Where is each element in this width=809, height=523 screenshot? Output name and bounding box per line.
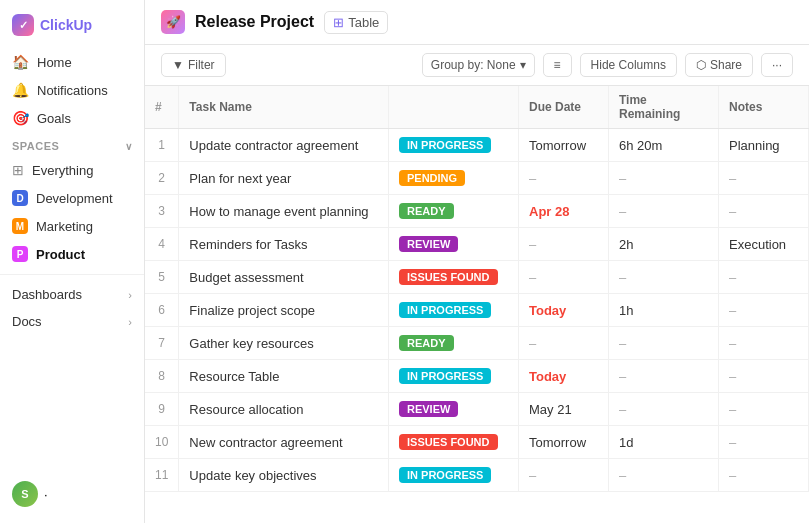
- more-options-button[interactable]: ···: [761, 53, 793, 77]
- sidebar-item-label: Everything: [32, 163, 93, 178]
- task-name: Resource allocation: [179, 393, 389, 426]
- more-icon: ···: [772, 58, 782, 72]
- task-name: Reminders for Tasks: [179, 228, 389, 261]
- view-selector[interactable]: ⊞ Table: [324, 11, 388, 34]
- group-by-chevron: ▾: [520, 58, 526, 72]
- time-remaining: –: [609, 162, 719, 195]
- dash: –: [619, 270, 626, 285]
- page-title: Release Project: [195, 13, 314, 31]
- table-row[interactable]: 10New contractor agreementISSUES FOUNDTo…: [145, 426, 809, 459]
- page-header: 🚀 Release Project ⊞ Table: [145, 0, 809, 45]
- group-by-selector[interactable]: Group by: None ▾: [422, 53, 535, 77]
- share-icon: ⬡: [696, 58, 706, 72]
- sidebar-item-goals[interactable]: 🎯 Goals: [0, 104, 144, 132]
- notes: –: [719, 327, 809, 360]
- hide-columns-button[interactable]: Hide Columns: [580, 53, 677, 77]
- task-status: IN PROGRESS: [389, 294, 519, 327]
- sidebar-item-product[interactable]: P Product: [0, 240, 144, 268]
- table-row[interactable]: 3How to manage event planningREADYApr 28…: [145, 195, 809, 228]
- docs-chevron: ›: [128, 316, 132, 328]
- dash: –: [729, 369, 736, 384]
- table-row[interactable]: 9Resource allocationREVIEWMay 21––: [145, 393, 809, 426]
- filter-icon: ▼: [172, 58, 184, 72]
- row-num: 2: [145, 162, 179, 195]
- table-row[interactable]: 11Update key objectivesIN PROGRESS–––: [145, 459, 809, 492]
- app-logo[interactable]: ✓ ClickUp: [0, 8, 144, 48]
- main-content: 🚀 Release Project ⊞ Table ▼ Filter Group…: [145, 0, 809, 523]
- user-status: ·: [44, 487, 48, 502]
- task-status: IN PROGRESS: [389, 129, 519, 162]
- status-badge: IN PROGRESS: [399, 368, 491, 384]
- notes: Execution: [719, 228, 809, 261]
- sidebar-item-label: Home: [37, 55, 72, 70]
- user-avatar[interactable]: S: [12, 481, 38, 507]
- task-table: # Task Name Due Date Time Remaining Note…: [145, 86, 809, 492]
- time-remaining: –: [609, 195, 719, 228]
- dash: –: [729, 270, 736, 285]
- dash: –: [619, 204, 626, 219]
- task-name: Resource Table: [179, 360, 389, 393]
- sidebar-item-docs[interactable]: Docs ›: [0, 308, 144, 335]
- task-name: New contractor agreement: [179, 426, 389, 459]
- sidebar-item-development[interactable]: D Development: [0, 184, 144, 212]
- status-badge: ISSUES FOUND: [399, 269, 498, 285]
- due-date: –: [519, 162, 609, 195]
- sidebar-item-dashboards[interactable]: Dashboards ›: [0, 281, 144, 308]
- toolbar: ▼ Filter Group by: None ▾ ≡ Hide Columns…: [145, 45, 809, 86]
- hide-columns-label: Hide Columns: [591, 58, 666, 72]
- time-remaining: 2h: [609, 228, 719, 261]
- view-label: Table: [348, 15, 379, 30]
- project-icon: 🚀: [161, 10, 185, 34]
- status-badge: IN PROGRESS: [399, 467, 491, 483]
- col-num: #: [145, 86, 179, 129]
- table-row[interactable]: 2Plan for next yearPENDING–––: [145, 162, 809, 195]
- dash: –: [729, 468, 736, 483]
- table-row[interactable]: 4Reminders for TasksREVIEW–2hExecution: [145, 228, 809, 261]
- time-remaining: –: [609, 459, 719, 492]
- table-row[interactable]: 1Update contractor agreementIN PROGRESST…: [145, 129, 809, 162]
- due-date: Tomorrow: [519, 426, 609, 459]
- sort-button[interactable]: ≡: [543, 53, 572, 77]
- task-status: ISSUES FOUND: [389, 261, 519, 294]
- due-date: –: [519, 228, 609, 261]
- notes: –: [719, 195, 809, 228]
- dash: –: [729, 171, 736, 186]
- sidebar-item-everything[interactable]: ⊞ Everything: [0, 156, 144, 184]
- status-badge: REVIEW: [399, 236, 458, 252]
- col-due-date: Due Date: [519, 86, 609, 129]
- status-badge: IN PROGRESS: [399, 302, 491, 318]
- table-row[interactable]: 5Budget assessmentISSUES FOUND–––: [145, 261, 809, 294]
- col-status: [389, 86, 519, 129]
- col-task-name: Task Name: [179, 86, 389, 129]
- dash: –: [619, 336, 626, 351]
- row-num: 4: [145, 228, 179, 261]
- sidebar-item-label: Marketing: [36, 219, 93, 234]
- status-badge: IN PROGRESS: [399, 137, 491, 153]
- share-button[interactable]: ⬡ Share: [685, 53, 753, 77]
- time-remaining: –: [609, 327, 719, 360]
- table-row[interactable]: 7Gather key resourcesREADY–––: [145, 327, 809, 360]
- sidebar-item-label: Development: [36, 191, 113, 206]
- dash: –: [529, 468, 536, 483]
- sidebar-item-home[interactable]: 🏠 Home: [0, 48, 144, 76]
- table-row[interactable]: 8Resource TableIN PROGRESSToday––: [145, 360, 809, 393]
- sidebar-item-marketing[interactable]: M Marketing: [0, 212, 144, 240]
- row-num: 5: [145, 261, 179, 294]
- col-notes: Notes: [719, 86, 809, 129]
- time-remaining: –: [609, 360, 719, 393]
- task-status: PENDING: [389, 162, 519, 195]
- task-name: Plan for next year: [179, 162, 389, 195]
- task-status: READY: [389, 195, 519, 228]
- share-label: Share: [710, 58, 742, 72]
- table-row[interactable]: 6Finalize project scopeIN PROGRESSToday1…: [145, 294, 809, 327]
- notes: Planning: [719, 129, 809, 162]
- sidebar-item-label: Notifications: [37, 83, 108, 98]
- time-remaining: –: [609, 261, 719, 294]
- time-remaining: 6h 20m: [609, 129, 719, 162]
- dash: –: [619, 402, 626, 417]
- time-remaining: 1h: [609, 294, 719, 327]
- filter-label: Filter: [188, 58, 215, 72]
- spaces-chevron[interactable]: ∨: [125, 141, 133, 152]
- sidebar-item-notifications[interactable]: 🔔 Notifications: [0, 76, 144, 104]
- filter-button[interactable]: ▼ Filter: [161, 53, 226, 77]
